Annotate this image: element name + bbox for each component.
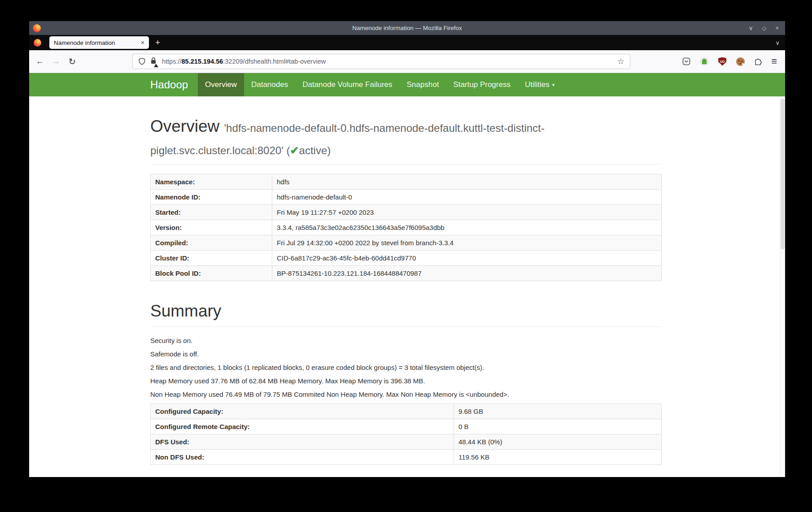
firefox-view-button[interactable] <box>32 39 43 47</box>
forward-button: → <box>49 56 63 67</box>
row-label: Namenode ID: <box>151 189 272 204</box>
table-row: Namenode ID:hdfs-namenode-default-0 <box>151 189 662 204</box>
row-value: 3.3.4, ra585a73c3e02ac62350c136643a5e7f6… <box>272 220 662 235</box>
summary-files-line: 2 files and directories, 1 blocks (1 rep… <box>150 363 662 372</box>
row-label: Cluster ID: <box>151 250 272 265</box>
nav-tab-startup-progress[interactable]: Startup Progress <box>446 73 518 96</box>
active-check-icon: ✔ <box>290 144 299 156</box>
row-label: Started: <box>151 204 272 220</box>
page-title-overview: Overview 'hdfs-namenode-default-0.hdfs-n… <box>150 115 662 160</box>
row-value: 119.56 KB <box>454 449 662 464</box>
table-row: Version:3.3.4, ra585a73c3e02ac62350c1366… <box>151 220 662 235</box>
row-label: Namespace: <box>151 174 272 189</box>
row-value: hdfs-namenode-default-0 <box>272 189 662 204</box>
table-row: Namespace:hdfs <box>151 174 662 189</box>
ublock-extension-icon[interactable]: UO <box>717 56 727 66</box>
window-titlebar: Namenode information — Mozilla Firefox ∨… <box>29 21 785 35</box>
ghostery-extension-icon[interactable] <box>699 56 709 66</box>
row-label: DFS Used: <box>151 434 454 449</box>
table-row: Compiled:Fri Jul 29 14:32:00 +0200 2022 … <box>151 235 662 250</box>
window-title: Namenode information — Mozilla Firefox <box>29 25 785 31</box>
row-value: 48.44 KB (0%) <box>454 434 662 449</box>
cookie-extension-icon[interactable] <box>735 56 745 66</box>
nav-tab-utilities-label: Utilities <box>525 80 550 89</box>
summary-header: Summary <box>150 300 662 327</box>
connection-lock-icon[interactable] <box>150 57 157 66</box>
nav-tab-datanodes[interactable]: Datanodes <box>244 73 295 96</box>
table-row: Non DFS Used:119.56 KB <box>151 449 662 464</box>
tracking-protection-shield-icon[interactable] <box>138 57 146 65</box>
table-row: Cluster ID:CID-6a817c29-ac36-45fc-b4eb-6… <box>151 250 662 265</box>
row-label: Block Pool ID: <box>151 265 272 281</box>
overview-header: Overview 'hdfs-namenode-default-0.hdfs-n… <box>150 115 662 165</box>
hadoop-navbar: Hadoop Overview Datanodes Datanode Volum… <box>29 73 785 96</box>
status-badge: active <box>299 144 327 156</box>
new-tab-button[interactable]: + <box>155 38 160 48</box>
menu-hamburger-icon[interactable]: ≡ <box>771 56 777 67</box>
lock-warning-icon <box>154 64 158 67</box>
nav-tab-datanode-volume-failures[interactable]: Datanode Volume Failures <box>295 73 399 96</box>
summary-heap-line: Heap Memory used 37.76 MB of 62.84 MB He… <box>150 377 662 386</box>
extensions-puzzle-icon[interactable] <box>753 56 763 66</box>
row-value: CID-6a817c29-ac36-45fc-b4eb-60dd41cd9770 <box>272 250 662 265</box>
url-scheme: https:// <box>162 58 182 65</box>
window-close-button[interactable]: × <box>775 25 779 31</box>
tab-close-icon[interactable]: × <box>141 39 144 46</box>
capacity-table: Configured Capacity:9.68 GB Configured R… <box>150 404 662 465</box>
tab-namenode-information[interactable]: Namenode information × <box>49 36 149 49</box>
row-label: Compiled: <box>151 235 272 250</box>
browser-toolbar: ← → ↻ https://85.215.194.56:32209/dfshea… <box>29 50 785 73</box>
summary-safemode-line: Safemode is off. <box>150 350 662 359</box>
nav-tab-snapshot[interactable]: Snapshot <box>400 73 446 96</box>
cluster-info-table: Namespace:hdfs Namenode ID:hdfs-namenode… <box>150 174 662 281</box>
table-row: Configured Capacity:9.68 GB <box>151 404 662 419</box>
page-content: Overview 'hdfs-namenode-default-0.hdfs-n… <box>29 96 785 477</box>
row-label: Non DFS Used: <box>151 449 454 464</box>
reload-button[interactable]: ↻ <box>65 56 79 67</box>
table-row: Block Pool ID:BP-875134261-10.223.121.18… <box>151 265 662 281</box>
nav-tab-utilities[interactable]: Utilities ▾ <box>518 73 562 96</box>
navbar-brand-hadoop[interactable]: Hadoop <box>150 73 198 96</box>
tab-title: Namenode information <box>54 39 115 46</box>
page-title-summary: Summary <box>150 300 662 322</box>
summary-nonheap-line: Non Heap Memory used 76.49 MB of 79.75 M… <box>150 390 662 399</box>
summary-security-line: Security is on. <box>150 336 662 345</box>
row-label: Configured Remote Capacity: <box>151 419 454 434</box>
row-label: Configured Capacity: <box>151 404 454 419</box>
row-value: Fri May 19 11:27:57 +0200 2023 <box>272 204 662 220</box>
window-maximize-button[interactable]: ◇ <box>762 25 766 31</box>
url-bar[interactable]: https://85.215.194.56:32209/dfshealth.ht… <box>132 54 630 69</box>
page-scrollbar[interactable] <box>780 96 785 477</box>
row-value: BP-875134261-10.223.121.184-168448847098… <box>272 265 662 281</box>
firefox-view-icon <box>34 39 41 47</box>
overview-title-text: Overview <box>150 117 219 135</box>
back-button[interactable]: ← <box>33 56 47 67</box>
window-minimize-button[interactable]: ∨ <box>749 25 753 31</box>
table-row: DFS Used:48.44 KB (0%) <box>151 434 662 449</box>
nav-tab-overview[interactable]: Overview <box>198 73 244 96</box>
row-value: Fri Jul 29 14:32:00 +0200 2022 by stevel… <box>272 235 662 250</box>
row-value: hdfs <box>272 174 662 189</box>
chevron-down-icon: ▾ <box>552 82 555 88</box>
row-label: Version: <box>151 220 272 235</box>
browser-window: Namenode information — Mozilla Firefox ∨… <box>29 21 785 477</box>
firefox-logo-icon <box>33 24 41 32</box>
table-row: Configured Remote Capacity:0 B <box>151 419 662 434</box>
bookmark-star-icon[interactable]: ☆ <box>617 56 624 66</box>
table-row: Started:Fri May 19 11:27:57 +0200 2023 <box>151 204 662 220</box>
url-path: :32209/dfshealth.html#tab-overview <box>223 58 326 65</box>
list-all-tabs-button[interactable]: ∨ <box>775 39 780 46</box>
row-value: 9.68 GB <box>454 404 662 419</box>
url-text: https://85.215.194.56:32209/dfshealth.ht… <box>162 58 326 65</box>
scrollbar-thumb[interactable] <box>781 99 785 249</box>
row-value: 0 B <box>454 419 662 434</box>
pocket-save-icon[interactable] <box>681 56 691 66</box>
tab-strip: Namenode information × + ∨ <box>29 35 785 50</box>
url-host: 85.215.194.56 <box>182 58 223 65</box>
